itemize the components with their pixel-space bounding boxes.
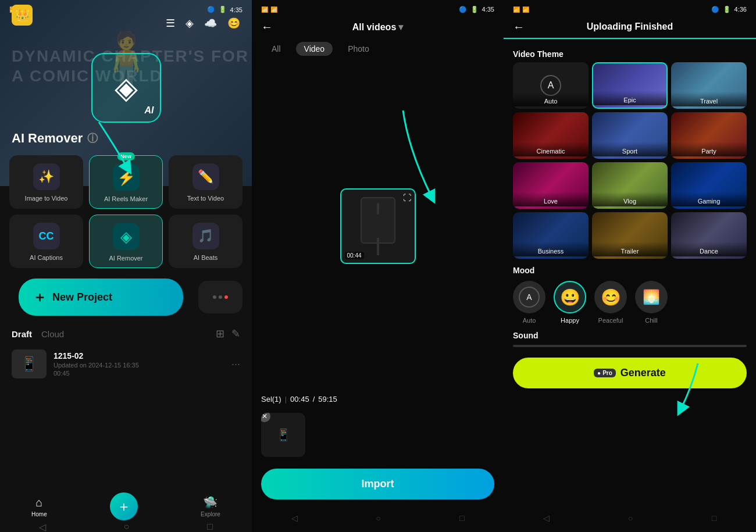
- panel-home: DYNAMIC CHAPTER'S FOR A COMIC WORLD 🧍 📶 …: [0, 0, 252, 532]
- cloud-icon[interactable]: ☁️: [204, 17, 217, 30]
- p3-time: 4:36: [734, 6, 747, 13]
- theme-dance[interactable]: Dance: [671, 212, 747, 259]
- image-to-video-label: Image to Video: [25, 195, 68, 202]
- p2-back-nav[interactable]: ◁: [291, 513, 298, 523]
- text-to-video-icon: ✏️: [192, 163, 219, 190]
- import-button[interactable]: Import: [261, 469, 494, 499]
- ai-remover-label: AI Remover: [109, 255, 142, 262]
- theme-love[interactable]: Love: [513, 162, 589, 209]
- generate-label: Generate: [621, 367, 666, 379]
- p2-status-right: 🔵 🔋 4:35: [459, 6, 494, 13]
- cloud-tab[interactable]: Cloud: [41, 329, 64, 339]
- project-more-button[interactable]: ···: [231, 358, 240, 370]
- theme-cinematic[interactable]: Cinematic: [513, 112, 589, 159]
- theme-travel[interactable]: Travel: [671, 62, 747, 109]
- tool-ai-beats[interactable]: 🎵 AI Beats: [169, 215, 243, 268]
- status-right: 🔵 🔋 4:35: [207, 6, 243, 13]
- nav-explore[interactable]: 🛸 Explore: [201, 495, 220, 517]
- theme-sport[interactable]: Sport: [592, 112, 668, 159]
- project-item[interactable]: 📱 1215-02 Updated on 2024-12-15 16:35 00…: [0, 344, 252, 384]
- p2-signal2: 📶: [270, 6, 277, 13]
- p3-home-nav[interactable]: ○: [628, 513, 633, 523]
- p2-recents-nav[interactable]: □: [459, 513, 464, 523]
- selected-videos-row: ✕ 📱: [261, 408, 494, 464]
- menu-icon[interactable]: ☰: [166, 17, 175, 30]
- ai-reels-label: AI Reels Maker: [104, 195, 148, 202]
- tab-video[interactable]: Video: [296, 42, 333, 56]
- p3-back-button[interactable]: ←: [513, 20, 525, 34]
- theme-trailer[interactable]: Trailer: [592, 212, 668, 259]
- draft-cloud-bar: Draft Cloud ⊞ ✎: [0, 320, 252, 344]
- device-screen: [377, 203, 379, 215]
- theme-party[interactable]: Party: [671, 112, 747, 159]
- nav-home[interactable]: ⌂ Home: [31, 496, 47, 517]
- ai-logo-icon: ◈: [115, 70, 138, 105]
- panel3-android-nav: ◁ ○ □: [504, 509, 756, 532]
- nav-add-button[interactable]: ＋: [110, 492, 138, 520]
- face-icon[interactable]: 😊: [227, 17, 240, 30]
- theme-auto-label: Auto: [513, 92, 589, 106]
- teal-divider: [504, 38, 756, 39]
- p3-bluetooth: 🔵: [711, 6, 719, 13]
- p3-back-nav[interactable]: ◁: [543, 513, 550, 523]
- panel2-header: ← All videos ▾: [252, 16, 504, 38]
- grid-view-icon[interactable]: ⊞: [216, 327, 224, 340]
- cable-icon: [377, 238, 379, 255]
- p3-recents-nav[interactable]: □: [712, 513, 716, 523]
- back-button[interactable]: ←: [261, 20, 273, 34]
- dot3: [224, 295, 228, 299]
- ai-captions-label: AI Captions: [30, 254, 63, 261]
- panel3-header: ← Uploading Finished: [504, 16, 756, 38]
- generate-button[interactable]: ● Pro Generate: [513, 358, 747, 388]
- status-bar: 📶 📶 🔵 🔋 4:35: [0, 0, 252, 17]
- theme-gaming[interactable]: Gaming: [671, 162, 747, 209]
- mood-chill[interactable]: 🌅 Chill: [635, 281, 668, 324]
- back-nav[interactable]: ◁: [39, 522, 46, 533]
- theme-sport-label: Sport: [592, 142, 668, 156]
- tool-ai-reels-maker[interactable]: New ⚡ AI Reels Maker: [89, 155, 163, 209]
- info-icon[interactable]: ⓘ: [87, 131, 98, 145]
- expand-icon[interactable]: ⛶: [403, 193, 411, 202]
- tool-ai-remover[interactable]: ◈ AI Remover: [89, 215, 163, 268]
- sound-bar[interactable]: [513, 345, 747, 347]
- tool-text-to-video[interactable]: ✏️ Text to Video: [169, 155, 243, 209]
- tool-ai-captions[interactable]: CC AI Captions: [9, 215, 83, 268]
- selected-video-item[interactable]: ✕ 📱: [261, 413, 305, 457]
- recents-nav[interactable]: □: [207, 522, 213, 532]
- tool-image-to-video[interactable]: ✨ Image to Video: [9, 155, 83, 209]
- ai-text: AI: [145, 105, 154, 116]
- theme-epic[interactable]: Epic: [592, 62, 668, 109]
- tab-photo[interactable]: Photo: [340, 42, 377, 56]
- device-visual: [361, 197, 395, 255]
- new-project-button[interactable]: ＋ New Project: [19, 279, 183, 316]
- new-badge: New: [117, 152, 135, 160]
- draft-icons: ⊞ ✎: [216, 327, 240, 340]
- diamond-icon[interactable]: ◈: [186, 17, 194, 30]
- mood-happy[interactable]: 😀 Happy: [554, 281, 586, 324]
- top-icons[interactable]: ☰ ◈ ☁️ 😊: [0, 17, 252, 35]
- p2-home-nav[interactable]: ○: [376, 513, 381, 523]
- home-nav[interactable]: ○: [124, 522, 130, 532]
- theme-vlog[interactable]: Vlog: [592, 162, 668, 209]
- dropdown-arrow-icon[interactable]: ▾: [398, 22, 403, 33]
- theme-dance-label: Dance: [671, 242, 747, 256]
- mood-happy-label: Happy: [561, 317, 579, 324]
- pro-badge: ● Pro: [594, 369, 616, 377]
- tab-all[interactable]: All: [263, 42, 289, 56]
- bluetooth-icon: 🔵: [207, 6, 215, 13]
- draft-tab[interactable]: Draft: [12, 329, 32, 339]
- bar-divider: |: [285, 395, 287, 404]
- theme-business[interactable]: Business: [513, 212, 589, 259]
- ai-remover-title: AI Remover ⓘ: [0, 123, 252, 149]
- selected-video-thumbnail[interactable]: ⛶ 00:44: [340, 188, 416, 264]
- p3-status-left: 📶 📶: [513, 6, 529, 13]
- theme-gaming-label: Gaming: [671, 192, 747, 206]
- panel-upload-finished: 📶 📶 🔵 🔋 4:36 ← Uploading Finished Video …: [504, 0, 756, 532]
- theme-auto[interactable]: A Auto: [513, 62, 589, 109]
- panel2-bottom: Sel(1) | 00:45 / 59:15 ✕ 📱 Import: [252, 389, 504, 509]
- mood-peaceful[interactable]: 😊 Peaceful: [594, 281, 627, 324]
- more-options-button[interactable]: [198, 281, 243, 313]
- mood-auto[interactable]: A Auto: [513, 281, 545, 324]
- sel-device-icon: 📱: [276, 428, 291, 442]
- edit-icon[interactable]: ✎: [231, 327, 240, 340]
